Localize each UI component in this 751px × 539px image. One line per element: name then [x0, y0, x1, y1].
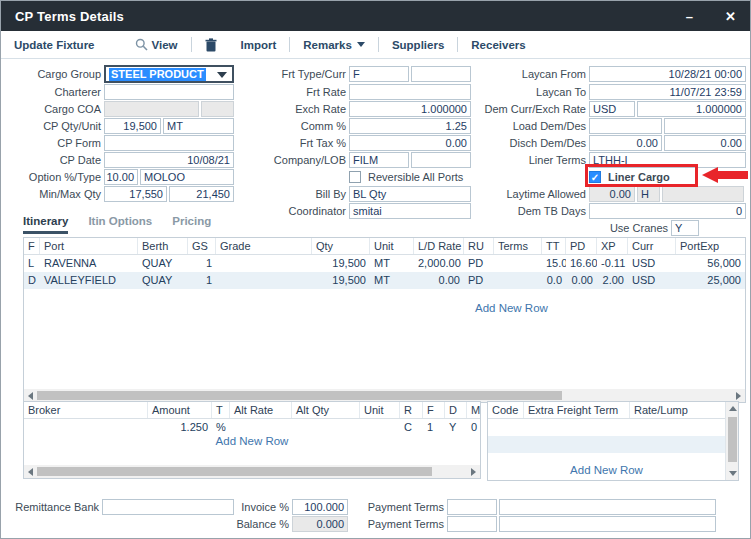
bill-by-label: Bill By [251, 188, 346, 200]
cargo-coa-input [104, 101, 199, 117]
cp-qty-input[interactable]: 19,500 [104, 118, 161, 134]
extra-freight-row-1[interactable] [488, 419, 725, 436]
payment-terms-input-1[interactable] [499, 499, 716, 515]
view-button[interactable]: View [135, 38, 178, 51]
payment-terms-code-input-1[interactable] [447, 499, 497, 515]
broker-row-1[interactable]: 1.250 % C 1 Y 0 [24, 419, 480, 436]
exch-rate-input[interactable]: 1.000000 [349, 101, 471, 117]
bill-by-input[interactable]: BL Qty [349, 186, 471, 202]
remittance-bank-label: Remittance Bank [7, 501, 99, 513]
scrollbar-thumb[interactable] [728, 417, 737, 462]
col-header-terms: Terms [494, 238, 542, 254]
field-row-cp-qty-unit: CP Qty/Unit 19,500 MT [7, 118, 234, 134]
charterer-input[interactable] [104, 84, 234, 100]
use-cranes-label: Use Cranes [477, 222, 668, 234]
min-qty-input[interactable]: 17,550 [104, 186, 167, 202]
broker-add-new-row-link[interactable]: Add New Row [24, 435, 480, 447]
col-header-t: T [212, 402, 230, 418]
cp-date-input[interactable]: 10/08/21 [104, 152, 234, 168]
laytime-allowed-input: 0.00 [589, 186, 635, 202]
load-dem-des-label: Load Dem/Des [477, 120, 586, 132]
col-header-rate-lump: Rate/Lump [630, 402, 725, 418]
col-header-portexp: PortExp [676, 238, 745, 254]
load-dem-input[interactable] [589, 118, 662, 134]
field-row-comm-pct: Comm % 1.25 [251, 118, 471, 134]
payment-terms-input-2[interactable] [499, 516, 716, 532]
remarks-button[interactable]: Remarks [303, 39, 365, 51]
payment-terms-code-input-2[interactable] [447, 516, 497, 532]
frt-rate-input[interactable] [349, 84, 471, 100]
load-des-input[interactable] [664, 118, 746, 134]
field-row-laycan-from: Laycan From 10/28/21 00:00 [477, 65, 749, 83]
receivers-button[interactable]: Receivers [471, 39, 525, 51]
minimize-icon[interactable]: – [686, 10, 693, 23]
laycan-from-input[interactable]: 10/28/21 00:00 [589, 66, 746, 82]
itinerary-add-new-row-link[interactable]: Add New Row [475, 302, 548, 314]
coordinator-input[interactable]: smitai [349, 203, 471, 219]
col-header-ld-rate: L/D Rate [414, 238, 464, 254]
col-header-d: D [445, 402, 467, 418]
cargo-group-label: Cargo Group [7, 68, 101, 80]
use-cranes-input[interactable]: Y [671, 220, 699, 236]
disch-des-input[interactable]: 0.00 [664, 135, 746, 151]
company-input[interactable]: FILM [349, 152, 409, 168]
trash-icon [205, 38, 217, 52]
comm-pct-label: Comm % [251, 120, 346, 132]
field-row-frt-tax-pct: Frt Tax % 0.00 [251, 135, 471, 151]
frt-type-input[interactable]: F [349, 66, 409, 82]
scroll-left-arrow-icon[interactable] [24, 465, 37, 478]
scroll-up-arrow-icon[interactable] [726, 402, 739, 415]
option-pct-input[interactable]: 10.00 [104, 169, 138, 185]
suppliers-button[interactable]: Suppliers [392, 39, 444, 51]
col-header-unit: Unit [370, 238, 414, 254]
col-header-r: R [400, 402, 423, 418]
comm-pct-input[interactable]: 1.25 [349, 118, 471, 134]
tab-pricing[interactable]: Pricing [172, 215, 211, 234]
tab-itin-options[interactable]: Itin Options [88, 215, 152, 234]
cargo-group-select[interactable]: STEEL PRODUCT [104, 65, 234, 83]
option-type-input[interactable]: MOLOO [140, 169, 234, 185]
import-button[interactable]: Import [241, 39, 277, 51]
max-qty-input[interactable]: 21,450 [169, 186, 234, 202]
field-row-charterer: Charterer [7, 84, 234, 100]
itinerary-row-2[interactable]: D VALLEYFIELD QUAY 1 19,500 MT 0.00 PD 0… [24, 272, 745, 289]
dem-curr-input[interactable]: USD [589, 101, 635, 117]
tab-itinerary[interactable]: Itinerary [23, 215, 68, 234]
remarks-label: Remarks [303, 39, 352, 51]
extra-freight-row-2[interactable] [488, 436, 725, 453]
field-row-option-pct-type: Option %/Type 10.00 MOLOO [7, 169, 234, 185]
update-fixture-button[interactable]: Update Fixture [14, 39, 95, 51]
laycan-to-input[interactable]: 11/07/21 23:59 [589, 84, 746, 100]
close-icon[interactable]: ✕ [725, 10, 736, 23]
scroll-right-arrow-icon[interactable] [467, 465, 480, 478]
scrollbar-thumb[interactable] [37, 391, 562, 400]
disch-dem-input[interactable]: 0.00 [589, 135, 662, 151]
invoice-pct-input[interactable]: 100.000 [292, 499, 348, 515]
dem-exch-rate-input[interactable]: 1.000000 [637, 101, 746, 117]
cp-form-input[interactable] [104, 135, 234, 151]
cp-unit-input[interactable]: MT [163, 118, 234, 134]
extra-freight-table: Code Extra Freight Term Rate/Lump Add Ne… [487, 401, 739, 481]
field-row-min-max-qty: Min/Max Qty 17,550 21,450 [7, 186, 234, 202]
itinerary-row-1[interactable]: L RAVENNA QUAY 1 19,500 MT 2,000.00 PD 1… [24, 255, 745, 272]
col-header-ru: RU [464, 238, 494, 254]
field-row-load-dem-des: Load Dem/Des [477, 118, 749, 134]
cp-form-label: CP Form [7, 137, 101, 149]
reversible-all-ports-checkbox[interactable] [349, 171, 361, 183]
scrollbar-thumb[interactable] [37, 467, 432, 476]
laycan-from-label: Laycan From [477, 68, 586, 80]
extra-freight-add-new-row-link[interactable]: Add New Row [488, 464, 725, 476]
frt-curr-input[interactable] [411, 66, 471, 82]
field-row-dem-curr-exch-rate: Dem Curr/Exch Rate USD 1.000000 [477, 101, 749, 117]
laytime-filler-field [662, 186, 744, 202]
scroll-down-arrow-icon[interactable] [726, 467, 739, 480]
broker-horizontal-scrollbar[interactable] [24, 465, 480, 478]
col-header-alt-rate: Alt Rate [230, 402, 292, 418]
min-max-qty-label: Min/Max Qty [7, 188, 101, 200]
extra-freight-vertical-scrollbar[interactable] [725, 402, 738, 480]
frt-tax-pct-input[interactable]: 0.00 [349, 135, 471, 151]
col-header-curr: Curr [628, 238, 676, 254]
delete-button[interactable] [205, 38, 217, 52]
lob-input[interactable] [411, 152, 471, 168]
dem-tb-days-input[interactable]: 0 [589, 203, 746, 219]
